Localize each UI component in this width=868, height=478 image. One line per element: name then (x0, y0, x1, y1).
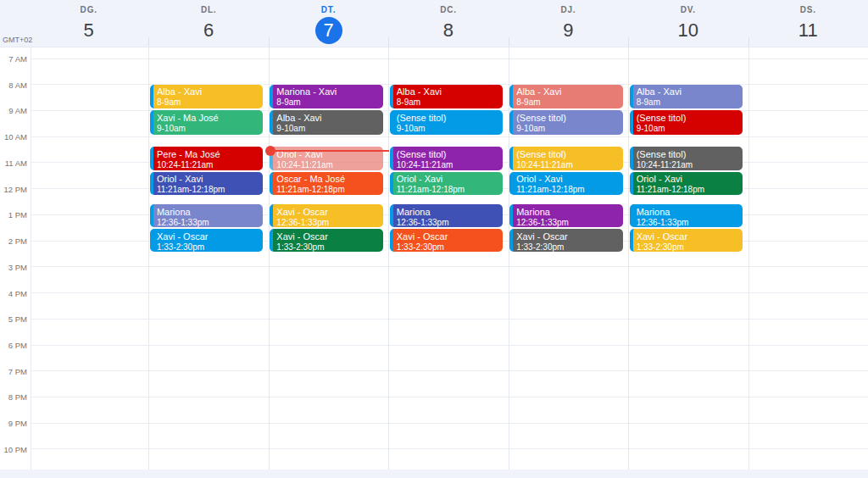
event-title: Oscar - Ma José (276, 174, 379, 185)
hour-label: 2 PM (0, 236, 27, 246)
day-column-11[interactable] (748, 47, 868, 470)
event-time: 9-10am (276, 124, 379, 134)
event[interactable]: Xavi - Oscar1:33-2:30pm (270, 229, 382, 252)
day-number[interactable]: 5 (75, 17, 103, 44)
event[interactable]: Xavi - Oscar1:33-2:30pm (150, 229, 263, 252)
hour-label: 12 PM (0, 185, 27, 194)
event[interactable]: Oriol - Xavi11:21am-12:18pm (150, 172, 263, 195)
event[interactable]: Alba - Xavi8-9am (509, 85, 622, 109)
event[interactable]: Mariona12:36-1:33pm (150, 204, 263, 227)
day-header-11: DS.11 (748, 0, 868, 47)
event[interactable]: (Sense titol)10:24-11:21am (630, 147, 743, 170)
event-title: Alba - Xavi (637, 86, 739, 97)
hour-label: 7 AM (0, 54, 27, 64)
event[interactable]: Alba - Xavi8-9am (150, 85, 263, 109)
event[interactable]: Oriol - Xavi11:21am-12:18pm (509, 172, 622, 195)
event-time: 1:33-2:30pm (637, 242, 739, 253)
event[interactable]: Xavi - Oscar1:33-2:30pm (390, 229, 503, 252)
event-title: Alba - Xavi (397, 86, 499, 97)
current-time-line (270, 150, 389, 152)
day-abbr: DV. (628, 5, 748, 14)
event[interactable]: Xavi - Oscar1:33-2:30pm (630, 229, 743, 252)
event[interactable]: (Sense titol)9-10am (390, 110, 503, 135)
event[interactable]: (Sense titol)10:24-11:21am (390, 147, 503, 170)
column-divider-tick (748, 37, 749, 47)
event-time: 8-9am (516, 97, 619, 108)
event-title: Xavi - Oscar (157, 231, 259, 242)
event-title: (Sense titol) (637, 149, 739, 160)
event-title: Oriol - Xavi (157, 174, 259, 185)
event-time: 10:24-11:21am (157, 160, 259, 170)
event[interactable]: Alba - Xavi8-9am (390, 85, 503, 109)
column-divider-tick (388, 37, 389, 47)
hour-label: 4 PM (0, 289, 27, 298)
event-time: 12:36-1:33pm (516, 218, 619, 228)
event-title: (Sense titol) (516, 113, 619, 124)
hour-label: 7 PM (0, 367, 27, 376)
column-divider-tick (628, 37, 629, 47)
day-column-8[interactable]: Alba - Xavi8-9am(Sense titol)9-10am(Sens… (388, 47, 508, 470)
event-title: Mariona - Xavi (276, 86, 379, 97)
event-time: 10:24-11:21am (276, 160, 379, 170)
event-time: 8-9am (276, 97, 379, 108)
day-abbr: DG. (29, 5, 148, 14)
bottom-band (0, 470, 868, 478)
day-column-6[interactable]: Alba - Xavi8-9amXavi - Ma José9-10amPere… (148, 47, 268, 470)
hour-label: 5 PM (0, 314, 27, 324)
event-time: 8-9am (637, 97, 739, 108)
day-column-9[interactable]: Alba - Xavi8-9am(Sense titol)9-10am(Sens… (509, 47, 628, 470)
event[interactable]: Pere - Ma José10:24-11:21am (150, 147, 263, 170)
event-time: 10:24-11:21am (637, 160, 739, 170)
day-number[interactable]: 6 (195, 17, 222, 44)
event[interactable]: Alba - Xavi8-9am (630, 85, 743, 109)
event[interactable]: (Sense titol)10:24-11:21am (509, 147, 622, 170)
event[interactable]: Oriol - Xavi11:21am-12:18pm (630, 172, 743, 195)
event[interactable]: Mariona12:36-1:33pm (390, 204, 503, 227)
event-title: Alba - Xavi (157, 86, 259, 97)
day-number-today[interactable]: 7 (315, 17, 342, 44)
week-header: DG.5DL.6DT.7DC.8DJ.9DV.10DS.11 (0, 0, 868, 47)
day-number[interactable]: 11 (794, 17, 821, 44)
hour-label: 3 PM (0, 263, 27, 272)
hour-label: 1 PM (0, 210, 27, 220)
event[interactable]: Xavi - Oscar1:33-2:30pm (509, 229, 622, 252)
event-time: 12:36-1:33pm (637, 218, 739, 228)
current-time-dot (265, 146, 275, 156)
day-number[interactable]: 10 (675, 17, 702, 44)
event[interactable]: Mariona - Xavi8-9am (270, 85, 382, 109)
hour-label: 10 AM (0, 132, 27, 142)
event-time: 1:33-2:30pm (276, 242, 379, 253)
day-column-5[interactable] (29, 47, 148, 470)
hour-label: 10 PM (0, 445, 27, 454)
day-number[interactable]: 8 (435, 17, 462, 44)
event-time: 12:36-1:33pm (397, 218, 499, 228)
event-title: Xavi - Ma José (157, 113, 259, 124)
event[interactable]: Alba - Xavi9-10am (270, 110, 382, 135)
hour-label: 9 PM (0, 419, 27, 428)
calendar-grid: 7 AM8 AM9 AM10 AM11 AM12 PM1 PM2 PM3 PM4… (0, 47, 868, 470)
event[interactable]: (Sense titol)9-10am (509, 110, 622, 135)
day-column-10[interactable]: Alba - Xavi8-9am(Sense titol)9-10am(Sens… (628, 47, 748, 470)
event[interactable]: Oscar - Ma José11:21am-12:18pm (270, 172, 382, 195)
day-abbr: DJ. (509, 5, 628, 14)
day-header-7: DT.7 (269, 0, 388, 47)
event-time: 9-10am (516, 124, 619, 134)
day-header-5: DG.5 (29, 0, 148, 47)
hour-label: 6 PM (0, 341, 27, 350)
event-time: 10:24-11:21am (516, 160, 619, 170)
event-time: 11:21am-12:18pm (637, 185, 739, 195)
event-title: Mariona (397, 207, 499, 218)
event-title: Oriol - Xavi (397, 174, 499, 185)
event[interactable]: Mariona12:36-1:33pm (630, 204, 743, 227)
event-time: 1:33-2:30pm (157, 242, 259, 253)
day-column-7[interactable]: Mariona - Xavi8-9amAlba - Xavi9-10amOrio… (269, 47, 388, 470)
event[interactable]: (Sense titol)9-10am (630, 110, 743, 135)
event[interactable]: Oriol - Xavi11:21am-12:18pm (390, 172, 503, 195)
day-abbr: DT. (269, 5, 388, 14)
event-time: 1:33-2:30pm (516, 242, 619, 253)
event[interactable]: Xavi - Ma José9-10am (150, 110, 263, 135)
event[interactable]: Xavi - Oscar12:36-1:33pm (270, 204, 382, 227)
event[interactable]: Mariona12:36-1:33pm (509, 204, 622, 227)
event-title: (Sense titol) (397, 113, 499, 124)
day-number[interactable]: 9 (554, 17, 581, 44)
